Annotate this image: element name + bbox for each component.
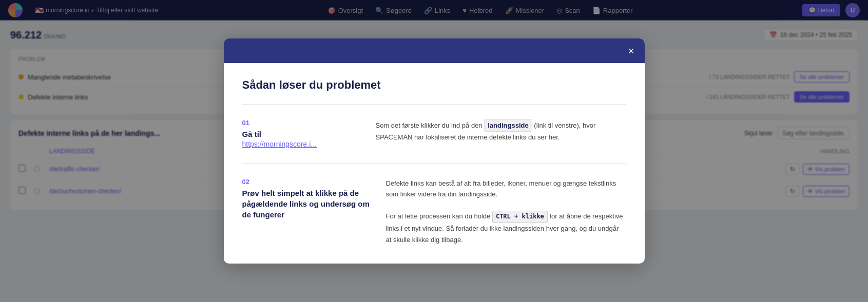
modal-steps: 01 Gå til https://morningscore.i... Som … xyxy=(242,119,626,245)
landingsside-highlight: landingsside xyxy=(484,119,532,132)
step-2-num: 02 xyxy=(242,178,376,186)
modal-close-button[interactable]: × xyxy=(628,46,634,56)
step-2-title: Prøv helt simpelt at klikke på de pågæld… xyxy=(242,188,376,220)
modal-overlay[interactable]: × Sådan løser du problemet 01 Gå til htt… xyxy=(0,0,868,302)
step-1-left: 01 Gå til https://morningscore.i... xyxy=(242,119,365,149)
step-1-link[interactable]: https://morningscore.i... xyxy=(242,140,317,148)
ctrl-click-kbd: CTRL + klikke xyxy=(492,211,548,223)
step-1-title: Gå til xyxy=(242,129,365,139)
modal: × Sådan løser du problemet 01 Gå til htt… xyxy=(224,38,645,264)
modal-divider xyxy=(242,104,626,105)
step-1-description: Som det første klikker du ind på den lan… xyxy=(376,119,626,149)
modal-body: Sådan løser du problemet 01 Gå til https… xyxy=(224,63,645,264)
step-1-num: 01 xyxy=(242,119,365,127)
modal-header: × xyxy=(224,38,645,63)
modal-step-1: 01 Gå til https://morningscore.i... Som … xyxy=(242,119,626,164)
step-2-left: 02 Prøv helt simpelt at klikke på de påg… xyxy=(242,178,376,245)
step-2-description: Defekte links kan bestå af alt fra bille… xyxy=(386,178,626,245)
modal-title: Sådan løser du problemet xyxy=(242,78,626,92)
modal-step-2: 02 Prøv helt simpelt at klikke på de påg… xyxy=(242,178,626,245)
